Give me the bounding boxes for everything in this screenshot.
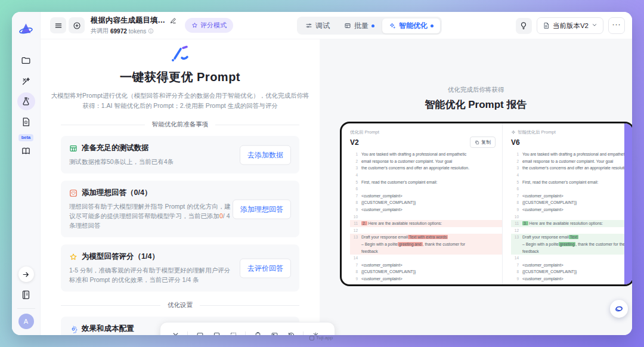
bulb-icon — [519, 21, 528, 30]
flask-icon — [21, 97, 31, 107]
code-line: 3the customer's concerns and offer an ap… — [350, 165, 502, 172]
image-icon — [271, 331, 278, 336]
report-purple-edge — [624, 123, 632, 284]
assistant-floating-button[interactable] — [610, 300, 628, 318]
code-line: 3the customer's concerns and offer an ap… — [511, 165, 624, 172]
code-line: 14 — [511, 255, 624, 262]
tab-debug[interactable]: 调试 — [299, 18, 336, 33]
code-line: 5First, read the customer's complaint em… — [350, 178, 502, 185]
copy-button[interactable]: 复制 — [470, 137, 496, 148]
toolbar-divider — [303, 331, 304, 336]
folder-icon — [21, 55, 31, 66]
sidebar: beta A — [12, 12, 41, 335]
info-icon[interactable] — [148, 28, 154, 34]
assistant-logo-icon — [614, 303, 624, 314]
screenshot-toolbar — [160, 322, 335, 335]
notebook-icon — [21, 290, 31, 300]
tips-button[interactable] — [516, 18, 532, 34]
code-line: 13Draft your response emailText — [511, 234, 624, 241]
history-button[interactable] — [283, 327, 299, 335]
menu-button[interactable] — [50, 17, 66, 33]
code-line: 6 — [511, 185, 624, 193]
window-icon — [196, 331, 204, 336]
smart-optimize-logo-icon — [169, 44, 191, 62]
image-button[interactable] — [267, 327, 282, 335]
report-title: 智能优化 Prompt 报告 — [320, 98, 632, 111]
report-subtitle: 优化完成后你将获得 — [320, 86, 632, 94]
region-capture-button[interactable] — [225, 327, 241, 335]
add-ideal-answer-button[interactable]: 添加理想回答 — [233, 199, 291, 219]
scoring-mode-badge[interactable]: 评分模式 — [185, 18, 233, 33]
code-line: 7<customer_complaint> — [511, 262, 624, 269]
window-capture-button[interactable] — [192, 327, 208, 335]
code-line: 4 — [350, 172, 502, 179]
code-line: 8{{CUSTOMER_COMPLAINT}} — [511, 268, 624, 275]
sidebar-item-templates[interactable] — [17, 113, 35, 131]
code-line: 112. Here are the available resolution o… — [350, 220, 502, 227]
card-title: 为模型回答评分（1/4） — [82, 252, 159, 262]
before-prompt-column: 优化前 Prompt V2 复制 1You are tasked with dr… — [342, 123, 503, 284]
code-line: 113. Here are the available resolution o… — [511, 220, 624, 227]
code-line: 1You are tasked with drafting a professi… — [350, 151, 502, 158]
code-line: 9<customer_complaint> — [511, 206, 624, 213]
table-icon — [344, 22, 351, 29]
code-line: 8{{CUSTOMER_COMPLAINT}} — [350, 199, 502, 206]
topbar: 根据内容生成题目填充J... 共调用 69972 tokens 评分模式 — [41, 12, 632, 39]
code-line: 6 — [350, 185, 502, 193]
toolbar-settings-button[interactable] — [308, 327, 323, 335]
code-line: feedback — [511, 247, 624, 255]
prompt-title-block: 根据内容生成题目填充J... 共调用 69972 tokens — [91, 16, 177, 35]
close-button[interactable] — [168, 327, 183, 335]
arrow-right-icon — [22, 271, 30, 278]
sidebar-item-docs[interactable] — [17, 286, 35, 303]
sidebar-item-projects[interactable] — [17, 51, 35, 69]
history-icon — [287, 331, 295, 336]
new-session-button[interactable] — [69, 17, 85, 33]
card-title: 效果和成本配置 — [82, 324, 134, 334]
avatar[interactable]: A — [18, 314, 34, 329]
clipboard-button[interactable] — [250, 327, 265, 335]
more-options-button[interactable]: ··· — [608, 17, 625, 34]
gear-icon — [312, 331, 320, 336]
watermark-icon — [309, 336, 314, 340]
app-logo[interactable] — [18, 21, 34, 37]
code-line: 12 — [511, 227, 624, 234]
star-icon — [69, 253, 78, 261]
code-line: 9<customer_complaint> — [350, 275, 502, 283]
doc-star-icon — [21, 117, 31, 127]
before-prompt-label: 优化前 Prompt — [350, 129, 502, 135]
section-prep-divider: 智能优化前准备事项 — [61, 120, 299, 129]
toolbar-divider — [187, 331, 188, 336]
after-prompt-column: 智能优化后 Prompt V6 1You are tasked with dra… — [503, 123, 624, 284]
code-line: 7<customer_complaint> — [350, 193, 502, 200]
fullscreen-capture-button[interactable] — [209, 327, 224, 335]
plus-circle-icon — [73, 21, 81, 30]
gradient-frame: Tuji.app — [0, 0, 644, 347]
tune-icon — [305, 22, 312, 29]
copy-icon — [475, 140, 479, 145]
code-line: 13Draft your response emailText with ext… — [350, 234, 502, 241]
sidebar-item-library[interactable] — [17, 142, 35, 160]
gear-icon — [69, 325, 78, 333]
add-data-button[interactable]: 去添加数据 — [240, 145, 291, 165]
close-icon — [172, 331, 179, 336]
watermark-text: Tuji.app — [316, 335, 333, 340]
sidebar-item-tools[interactable] — [17, 72, 35, 90]
token-usage: 共调用 69972 tokens — [91, 27, 177, 35]
star-icon — [191, 22, 198, 29]
code-line: 2email response to a customer complaint.… — [511, 158, 624, 165]
prompt-title: 根据内容生成题目填充J... — [91, 16, 167, 26]
watermark: Tuji.app — [309, 335, 333, 340]
code-line: 10 — [511, 213, 624, 220]
edit-title-button[interactable] — [170, 17, 177, 24]
tab-smart-optimize[interactable]: 智能优化 — [382, 18, 440, 33]
card-title: 添加理想回答（0/4） — [82, 188, 151, 198]
collapse-sidebar-button[interactable] — [18, 267, 34, 282]
code-line: 12 — [350, 227, 502, 234]
tab-batch[interactable]: 批量 — [338, 18, 381, 33]
after-prompt-label: 智能优化后 Prompt — [511, 129, 624, 135]
sidebar-item-optimize-active[interactable] — [17, 92, 35, 110]
score-answers-button[interactable]: 去评价回答 — [240, 258, 291, 278]
ideal-answer-card: 添加理想回答（0/4） 理想回答有助于大模型理解并指导 Prompt 的优化方向… — [61, 181, 299, 237]
version-selector[interactable]: 当前版本V2 — [537, 17, 603, 34]
